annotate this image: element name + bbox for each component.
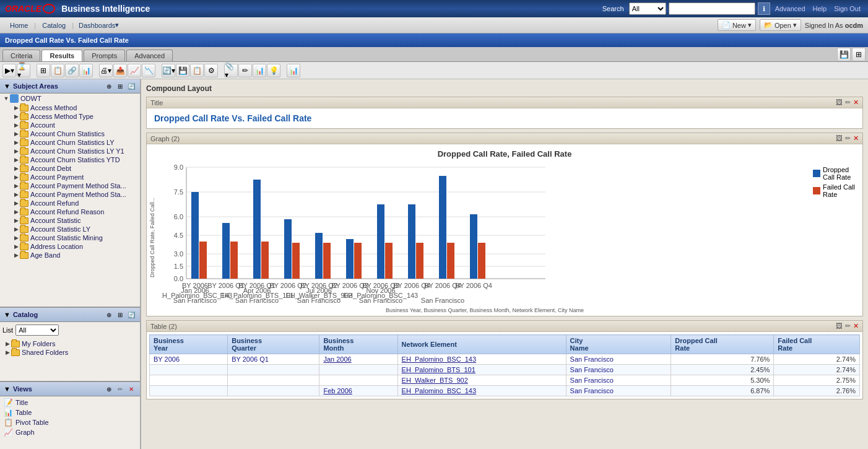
tree-item-expand-15[interactable]: ▶ [12, 234, 20, 242]
toolbar-btn-17[interactable]: 📊 [253, 64, 266, 77]
tree-item-expand-8[interactable]: ▶ [12, 173, 20, 181]
catalog-icon-1[interactable]: ⊕ [104, 310, 114, 320]
tree-item-17[interactable]: ▶ Age Band [0, 251, 140, 259]
advanced-link[interactable]: Advanced [773, 4, 808, 14]
cell-element-2[interactable]: EH_Walker_BTS_902 [397, 375, 566, 386]
tree-item-expand-13[interactable]: ▶ [12, 217, 20, 224]
toolbar-btn-12[interactable]: 💾 [176, 64, 189, 77]
tree-item-expand-4[interactable]: ▶ [12, 139, 20, 146]
tree-item-expand-5[interactable]: ▶ [12, 147, 20, 155]
catalog-link[interactable]: Catalog [37, 20, 71, 30]
search-all-select[interactable]: All [629, 2, 666, 15]
search-input[interactable] [669, 2, 755, 15]
tree-item-3[interactable]: ▶ Account Churn Statistics [0, 129, 140, 138]
tree-item-12[interactable]: ▶ Account Refund Reason [0, 207, 140, 216]
toolbar-btn-4[interactable]: 📋 [51, 64, 64, 77]
cell-element-1[interactable]: EH_Palomino_BTS_101 [397, 365, 566, 375]
search-button[interactable]: ℹ [758, 2, 770, 15]
catalog-tree[interactable]: ▶ My Folders ▶ Shared Folders [0, 338, 140, 381]
tree-item-0[interactable]: ▶ Access Method [0, 103, 140, 112]
tree-item-5[interactable]: ▶ Account Churn Statistics LY Y1 [0, 147, 140, 155]
tree-item-expand-14[interactable]: ▶ [12, 225, 20, 233]
table-icon-delete[interactable]: ✕ [853, 322, 859, 330]
table-icon-edit[interactable]: ✏ [845, 322, 851, 330]
tree-item-16[interactable]: ▶ Address Location [0, 242, 140, 251]
view-item-2[interactable]: 📋 Pivot Table [1, 417, 139, 427]
sign-out-link[interactable]: Sign Out [831, 4, 863, 14]
tab-prompts[interactable]: Prompts [84, 50, 125, 61]
title-icon-delete[interactable]: ✕ [853, 98, 859, 107]
toolbar-btn-15[interactable]: 📎▾ [224, 64, 238, 77]
title-icon-1[interactable]: 🖼 [836, 98, 843, 107]
new-button[interactable]: 📄 New ▾ [718, 19, 756, 31]
subject-areas-icon-2[interactable]: ⊞ [115, 81, 125, 91]
toolbar-btn-3[interactable]: ⊞ [37, 64, 50, 77]
tree-item-expand-16[interactable]: ▶ [12, 243, 20, 250]
graph-icon-1[interactable]: 🖼 [836, 134, 843, 142]
view-item-3[interactable]: 📈 Graph [1, 427, 139, 437]
toolbar-btn-19[interactable]: 📊 [287, 64, 300, 77]
tree-item-expand-9[interactable]: ▶ [12, 182, 20, 190]
graph-icon-delete[interactable]: ✕ [853, 134, 859, 142]
toolbar-btn-8[interactable]: 📤 [113, 64, 127, 77]
tree-item-2[interactable]: ▶ Account [0, 121, 140, 129]
toolbar-btn-5[interactable]: 🔗 [65, 64, 79, 77]
toolbar-btn-6[interactable]: 📊 [79, 64, 93, 77]
tree-item-expand-0[interactable]: ▶ [12, 104, 20, 111]
subject-areas-icon-3[interactable]: 🔄 [126, 81, 136, 91]
tree-item-6[interactable]: ▶ Account Churn Statistics YTD [0, 155, 140, 164]
cell-month-3[interactable]: Feb 2006 [319, 386, 397, 396]
content-panel[interactable]: Compound Layout Title 🖼 ✏ ✕ Dropped Call… [141, 79, 868, 449]
subject-areas-icon-1[interactable]: ⊕ [104, 81, 114, 91]
tree-item-1[interactable]: ▶ Access Method Type [0, 112, 140, 121]
tree-item-expand-11[interactable]: ▶ [12, 199, 20, 207]
tab-icon-2[interactable]: ⊞ [852, 48, 866, 61]
subject-areas-tree[interactable]: ▼ ODWT ▶ Access Method ▶ Access Method T… [0, 94, 140, 307]
subject-areas-header[interactable]: ▼ Subject Areas ⊕ ⊞ 🔄 [0, 79, 140, 94]
tree-item-7[interactable]: ▶ Account Debt [0, 164, 140, 173]
catalog-list-select[interactable]: All [15, 325, 59, 336]
tree-item-4[interactable]: ▶ Account Churn Statistics LY [0, 138, 140, 147]
toolbar-btn-1[interactable]: ▶▾ [2, 64, 16, 77]
views-icon-3[interactable]: ✕ [126, 384, 136, 394]
tree-item-expand-17[interactable]: ▶ [12, 251, 20, 259]
tree-item-expand-7[interactable]: ▶ [12, 165, 20, 172]
tree-item-14[interactable]: ▶ Account Statistic LY [0, 225, 140, 233]
tab-advanced[interactable]: Advanced [126, 50, 173, 61]
tree-item-8[interactable]: ▶ Account Payment [0, 173, 140, 181]
tree-item-expand-3[interactable]: ▶ [12, 130, 20, 137]
toolbar-btn-7[interactable]: 🖨▾ [99, 64, 113, 77]
table-icon-1[interactable]: 🖼 [836, 322, 843, 330]
tree-item-11[interactable]: ▶ Account Refund [0, 199, 140, 207]
tree-root-odwt[interactable]: ▼ ODWT [0, 94, 140, 103]
toolbar-btn-11[interactable]: 🔄▾ [162, 64, 175, 77]
toolbar-btn-2[interactable]: ⌛▾ [17, 64, 30, 77]
open-button[interactable]: 📂 Open ▾ [760, 19, 801, 31]
catalog-icon-2[interactable]: ⊞ [115, 310, 125, 320]
help-dropdown[interactable]: Help [810, 4, 830, 14]
tab-results[interactable]: Results [41, 50, 82, 61]
cell-month-0[interactable]: Jan 2006 [319, 354, 397, 365]
title-icon-edit[interactable]: ✏ [845, 98, 851, 107]
views-tree[interactable]: 📝 Title 📊 Table 📋 Pivot Table 📈 Graph [0, 396, 140, 449]
tree-item-10[interactable]: ▶ Account Payment Method Sta... [0, 190, 140, 199]
tree-item-expand-2[interactable]: ▶ [12, 121, 20, 129]
toolbar-btn-18[interactable]: 💡 [267, 64, 280, 77]
tree-item-expand-1[interactable]: ▶ [12, 113, 20, 120]
toolbar-btn-16[interactable]: ✏ [238, 64, 252, 77]
views-header[interactable]: ▼ Views ⊕ ✏ ✕ [0, 382, 140, 396]
view-item-0[interactable]: 📝 Title [1, 398, 139, 408]
toolbar-btn-10[interactable]: 📉 [142, 64, 155, 77]
dashboards-dropdown[interactable]: Dashboards ▾ [75, 20, 123, 30]
tab-icon-1[interactable]: 💾 [837, 48, 851, 61]
catalog-shared-folders[interactable]: ▶ Shared Folders [1, 348, 139, 357]
tree-item-15[interactable]: ▶ Account Statistic Mining [0, 233, 140, 242]
view-item-1[interactable]: 📊 Table [1, 408, 139, 417]
tree-item-9[interactable]: ▶ Account Payment Method Sta... [0, 181, 140, 190]
toolbar-btn-14[interactable]: ⚙ [204, 64, 218, 77]
toolbar-btn-9[interactable]: 📈 [128, 64, 141, 77]
cell-element-0[interactable]: EH_Palomino_BSC_143 [397, 354, 566, 365]
views-icon-2[interactable]: ✏ [115, 384, 125, 394]
root-expand-icon[interactable]: ▼ [2, 95, 10, 102]
home-link[interactable]: Home [5, 20, 33, 30]
